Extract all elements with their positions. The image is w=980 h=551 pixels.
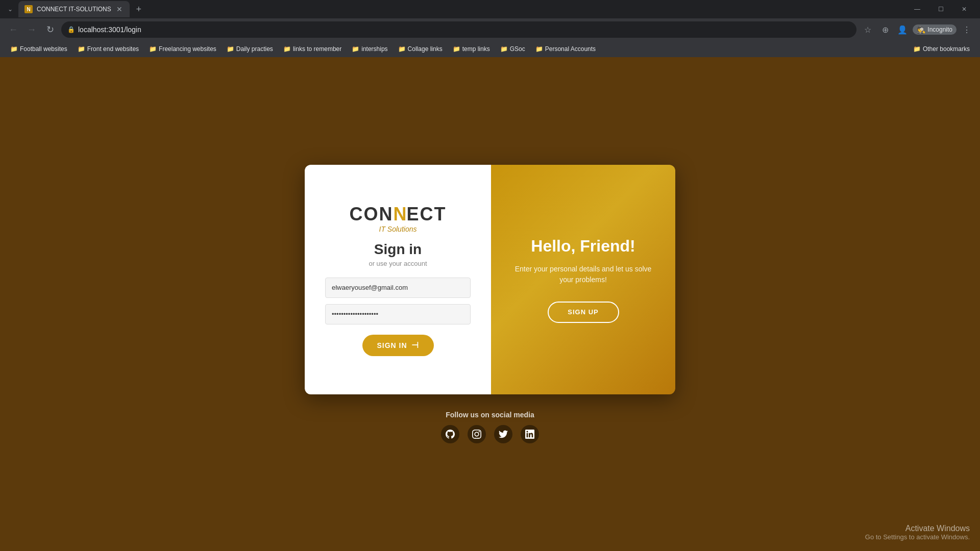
browser-chrome: ⌄ N CONNECT IT-SOLUTIONS ✕ + — ☐ ✕ ← → ↻… [0,0,980,57]
logo-n: N [394,204,407,224]
url-text: localhost:3001/login [78,26,850,34]
logo-text-part2: ECT [407,204,447,224]
bookmark-interships-icon: 📁 [352,45,359,53]
bookmark-gsoc[interactable]: 📁 GSoc [496,44,529,54]
bookmark-frontend-label: Front end websites [87,45,139,53]
bookmark-temp-icon: 📁 [453,45,460,53]
signin-button[interactable]: SIGN IN ⊣ [362,335,434,356]
forward-button[interactable]: → [24,22,39,37]
linkedin-icon[interactable] [521,425,539,443]
hello-panel: Hello, Friend! Enter your personal detai… [491,165,675,394]
social-label: Follow us on social media [446,411,534,419]
profile-icon[interactable]: 👤 [895,22,910,37]
bookmark-daily[interactable]: 📁 Daily practies [223,44,277,54]
bookmark-freelancing[interactable]: 📁 Freelancing websites [145,44,220,54]
tab-favicon: N [24,5,33,13]
hello-subtitle: Enter your personal details and let us s… [511,264,655,285]
bookmark-football-icon: 📁 [10,45,18,53]
bookmark-temp-label: temp links [462,45,490,53]
social-section: Follow us on social media [441,411,539,443]
signin-title: Sign in [374,241,422,258]
signin-button-icon: ⊣ [411,340,419,350]
bookmark-collage-icon: 📁 [398,45,406,53]
social-icons [441,425,539,443]
bookmark-freelancing-icon: 📁 [149,45,157,53]
bookmark-freelancing-label: Freelancing websites [159,45,216,53]
bookmark-personal-label: Personal Accounts [545,45,596,53]
maximize-button[interactable]: ☐ [929,1,952,17]
bookmark-daily-label: Daily practies [236,45,273,53]
star-icon[interactable]: ☆ [861,22,875,37]
bookmark-links-label: links to remember [293,45,341,53]
page-content: CONNECT IT Solutions Sign in or use your… [0,57,980,551]
password-input[interactable] [325,304,471,324]
address-bar-right: ☆ ⊕ 👤 🕵 Incognito ⋮ [861,22,974,37]
activation-subtitle: Go to Settings to activate Windows. [865,533,970,541]
bookmark-collage[interactable]: 📁 Collage links [394,44,447,54]
bookmark-collage-label: Collage links [408,45,443,53]
menu-icon[interactable]: ⋮ [960,22,974,37]
logo-container: CONNECT IT Solutions [350,204,447,233]
bookmark-links-icon: 📁 [283,45,291,53]
browser-tab[interactable]: N CONNECT IT-SOLUTIONS ✕ [18,1,130,17]
window-controls: — ☐ ✕ [905,1,976,17]
bookmark-links[interactable]: 📁 links to remember [279,44,346,54]
bookmark-personal[interactable]: 📁 Personal Accounts [531,44,600,54]
bookmark-football[interactable]: 📁 Football websites [6,44,71,54]
incognito-button[interactable]: 🕵 Incognito [913,24,957,35]
login-card: CONNECT IT Solutions Sign in or use your… [305,165,675,394]
bookmark-gsoc-icon: 📁 [500,45,508,53]
bookmarks-bar: 📁 Football websites 📁 Front end websites… [0,41,980,57]
signin-button-label: SIGN IN [377,341,407,349]
bookmark-other[interactable]: 📁 Other bookmarks [909,44,974,54]
signin-subtitle: or use your account [369,260,427,267]
bookmark-other-icon: 📁 [913,45,921,53]
tab-close-button[interactable]: ✕ [115,5,124,13]
refresh-button[interactable]: ↻ [43,22,57,37]
bookmark-gsoc-label: GSoc [510,45,525,53]
incognito-icon: 🕵 [917,26,925,34]
logo: CONNECT [350,204,447,225]
twitter-icon[interactable] [494,425,512,443]
extensions-icon[interactable]: ⊕ [878,22,892,37]
windows-activation: Activate Windows Go to Settings to activ… [865,524,970,541]
close-button[interactable]: ✕ [952,1,976,17]
bookmark-daily-icon: 📁 [227,45,234,53]
bookmark-temp[interactable]: 📁 temp links [449,44,494,54]
tab-bar: ⌄ N CONNECT IT-SOLUTIONS ✕ + — ☐ ✕ [0,0,980,18]
logo-subtitle: IT Solutions [379,225,417,233]
bookmark-interships[interactable]: 📁 interships [348,44,391,54]
bookmark-frontend[interactable]: 📁 Front end websites [74,44,143,54]
github-icon[interactable] [441,425,459,443]
minimize-button[interactable]: — [905,1,929,17]
url-bar-container[interactable]: 🔒 localhost:3001/login [61,21,856,38]
signup-button[interactable]: SIGN UP [548,302,619,323]
instagram-icon[interactable] [468,425,486,443]
bookmark-personal-icon: 📁 [535,45,543,53]
back-button[interactable]: ← [6,22,20,37]
tab-menu-button[interactable]: ⌄ [4,3,16,15]
bookmark-football-label: Football websites [20,45,67,53]
incognito-label: Incognito [927,26,952,33]
activation-title: Activate Windows [865,524,970,533]
hello-title: Hello, Friend! [531,237,635,256]
address-bar: ← → ↻ 🔒 localhost:3001/login ☆ ⊕ 👤 🕵 Inc… [0,18,980,41]
sign-in-panel: CONNECT IT Solutions Sign in or use your… [305,165,491,394]
bookmark-other-label: Other bookmarks [923,45,970,53]
logo-text-part1: CON [350,204,394,224]
bookmark-interships-label: interships [361,45,387,53]
tab-title: CONNECT IT-SOLUTIONS [37,6,111,13]
new-tab-button[interactable]: + [132,2,146,16]
url-lock-icon: 🔒 [67,26,75,33]
email-input[interactable] [325,278,471,298]
bookmark-frontend-icon: 📁 [78,45,85,53]
